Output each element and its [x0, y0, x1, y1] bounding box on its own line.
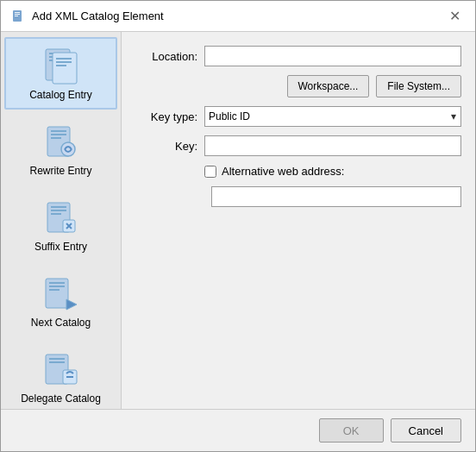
next-catalog-icon — [41, 273, 82, 315]
dialog-icon — [11, 9, 25, 23]
svg-rect-8 — [53, 53, 77, 84]
svg-rect-3 — [15, 16, 18, 16]
sidebar-item-delegate-catalog[interactable]: Delegate Catalog — [4, 341, 117, 409]
catalog-entry-icon — [41, 46, 82, 87]
keytype-select[interactable]: Public ID System ID URI — [204, 106, 461, 127]
svg-marker-26 — [66, 299, 77, 310]
dialog-body: Catalog Entry Rewrite Entry — [1, 32, 475, 409]
location-label: Location: — [135, 50, 197, 63]
alt-web-input[interactable] — [211, 186, 461, 207]
svg-rect-23 — [49, 282, 65, 284]
alt-web-input-row — [135, 186, 461, 207]
catalog-entry-label: Catalog Entry — [29, 89, 92, 101]
delegate-catalog-label: Delegate Catalog — [21, 392, 101, 405]
key-row: Key: — [135, 135, 461, 156]
close-button[interactable]: ✕ — [444, 6, 465, 27]
delegate-catalog-icon — [41, 349, 82, 391]
add-xml-catalog-dialog: Add XML Catalog Element ✕ — [0, 0, 476, 452]
keytype-label: Key type: — [135, 110, 197, 123]
main-content: Location: Workspace... File System... Ke… — [122, 32, 475, 409]
location-input[interactable] — [204, 46, 461, 66]
svg-rect-11 — [56, 65, 66, 66]
sidebar-item-rewrite-entry[interactable]: Rewrite Entry — [4, 113, 117, 185]
alt-web-label: Alternative web address: — [222, 165, 344, 178]
suffix-entry-label: Suffix Entry — [34, 241, 87, 253]
location-row: Location: — [135, 46, 461, 66]
keytype-row: Key type: Public ID System ID URI — [135, 106, 461, 127]
svg-rect-1 — [15, 12, 20, 13]
cancel-button[interactable]: Cancel — [391, 418, 461, 443]
svg-rect-25 — [49, 289, 60, 291]
sidebar-item-catalog-entry[interactable]: Catalog Entry — [4, 37, 117, 110]
sidebar-item-suffix-entry[interactable]: Suffix Entry — [4, 189, 117, 261]
rewrite-entry-icon — [41, 122, 82, 163]
next-catalog-label: Next Catalog — [31, 317, 91, 329]
rewrite-entry-label: Rewrite Entry — [29, 165, 91, 177]
svg-point-16 — [61, 142, 75, 156]
svg-rect-13 — [51, 130, 66, 132]
ok-button[interactable]: OK — [319, 418, 384, 443]
svg-rect-14 — [51, 134, 66, 135]
sidebar: Catalog Entry Rewrite Entry — [1, 32, 122, 409]
title-bar-left: Add XML Catalog Element — [11, 9, 164, 23]
workspace-button[interactable]: Workspace... — [287, 75, 370, 97]
keytype-select-wrapper: Public ID System ID URI — [204, 106, 461, 127]
svg-rect-28 — [49, 358, 65, 360]
suffix-entry-icon — [41, 198, 82, 239]
title-bar: Add XML Catalog Element ✕ — [1, 1, 475, 32]
sidebar-item-next-catalog[interactable]: Next Catalog — [4, 265, 117, 337]
filesystem-button[interactable]: File System... — [376, 75, 461, 97]
key-label: Key: — [135, 140, 197, 153]
location-buttons: Workspace... File System... — [204, 75, 461, 97]
svg-rect-24 — [49, 286, 65, 287]
dialog-title: Add XML Catalog Element — [32, 9, 164, 22]
alt-web-checkbox[interactable] — [204, 166, 216, 178]
svg-rect-29 — [49, 361, 65, 363]
svg-rect-18 — [51, 206, 66, 208]
svg-rect-20 — [51, 213, 61, 215]
svg-rect-2 — [15, 14, 20, 15]
key-input[interactable] — [204, 135, 461, 156]
dialog-footer: OK Cancel — [1, 409, 475, 451]
svg-rect-19 — [51, 210, 66, 211]
svg-rect-15 — [51, 137, 61, 139]
svg-rect-9 — [56, 58, 72, 60]
alt-web-row: Alternative web address: — [204, 165, 461, 178]
svg-rect-10 — [56, 61, 72, 63]
